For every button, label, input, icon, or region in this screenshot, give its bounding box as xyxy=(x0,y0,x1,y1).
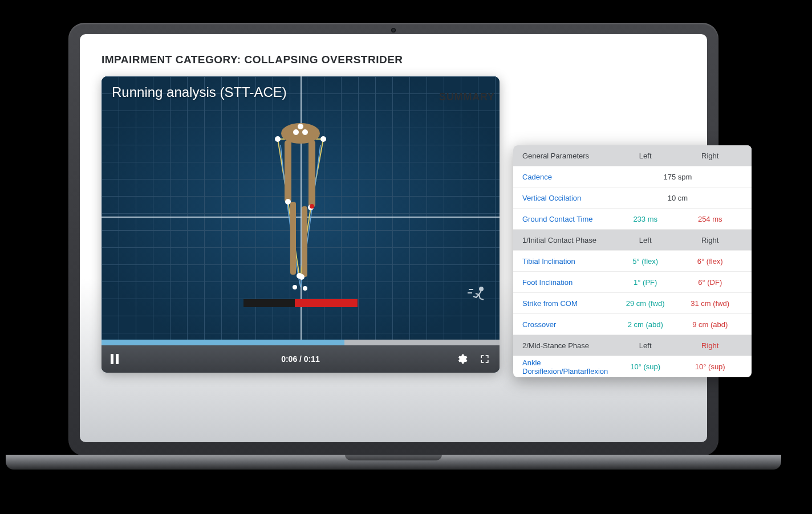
section-name: 1/Initial Contact Phase xyxy=(522,236,613,244)
section-right: Right xyxy=(677,236,742,244)
section-name: General Parameters xyxy=(522,152,613,160)
section-left: Left xyxy=(613,341,678,350)
param-name[interactable]: Crossover xyxy=(522,320,613,329)
summary-row: Vertical Occilation10 cm xyxy=(513,187,752,209)
svg-rect-9 xyxy=(302,206,307,277)
section-right: Right xyxy=(677,341,742,350)
svg-point-10 xyxy=(275,136,281,142)
svg-point-22 xyxy=(480,287,483,291)
param-left: 5° (flex) xyxy=(613,257,678,266)
video-time: 0:06 / 0:11 xyxy=(281,354,320,364)
param-name[interactable]: Vertical Occilation xyxy=(522,194,613,202)
video-progress-fill xyxy=(102,340,344,345)
param-left: 233 ms xyxy=(613,215,678,223)
skeleton-figure xyxy=(255,116,346,304)
video-controls: 0:06 / 0:11 xyxy=(102,345,500,373)
camera-icon xyxy=(391,28,396,32)
param-right: 254 ms xyxy=(677,215,742,223)
floor-indicator xyxy=(243,299,358,307)
pause-icon xyxy=(111,354,120,364)
summary-heading: SUMMARY xyxy=(439,91,495,103)
param-left: 1° (PF) xyxy=(613,278,678,287)
svg-rect-7 xyxy=(308,140,315,207)
param-name[interactable]: Ankle Dorsiflexion/Plantarflexion xyxy=(522,358,613,376)
svg-point-12 xyxy=(298,124,303,129)
param-name[interactable]: Ground Contact Time xyxy=(522,215,613,223)
param-value: 175 spm xyxy=(613,173,742,181)
param-right: 6° (DF) xyxy=(677,278,742,287)
settings-button[interactable] xyxy=(456,353,468,365)
runner-icon xyxy=(468,286,487,305)
video-player[interactable]: Running analysis (STT-ACE) xyxy=(102,76,500,373)
video-canvas[interactable]: Running analysis (STT-ACE) xyxy=(102,76,500,341)
svg-point-21 xyxy=(310,204,314,209)
svg-point-20 xyxy=(303,286,307,291)
param-left: 29 cm (fwd) xyxy=(613,299,678,308)
summary-row: Crossover2 cm (abd)9 cm (abd) xyxy=(513,314,752,335)
summary-section-header: 2/Mid-Stance PhaseLeftRight xyxy=(513,335,752,356)
param-left: 2 cm (abd) xyxy=(613,320,678,329)
section-name: 2/Mid-Stance Phase xyxy=(522,341,613,350)
expand-icon xyxy=(479,353,490,365)
gear-icon xyxy=(456,353,468,365)
svg-rect-8 xyxy=(290,202,296,275)
summary-row: Ground Contact Time233 ms254 ms xyxy=(513,209,752,230)
param-name[interactable]: Strike from COM xyxy=(522,299,613,308)
param-right: 9 cm (abd) xyxy=(677,320,742,329)
param-right: 6° (flex) xyxy=(677,257,742,266)
param-value: 10 cm xyxy=(613,194,742,202)
fullscreen-button[interactable] xyxy=(479,353,490,365)
summary-section-header: 1/Initial Contact PhaseLeftRight xyxy=(513,230,752,251)
summary-row: Ankle Dorsiflexion/Plantarflexion10° (su… xyxy=(513,356,752,377)
summary-table: General ParametersLeftRightCadence175 sp… xyxy=(513,145,752,377)
video-overlay-title: Running analysis (STT-ACE) xyxy=(112,84,287,100)
summary-row: Tibial Inclination5° (flex)6° (flex) xyxy=(513,251,752,272)
svg-point-13 xyxy=(293,129,299,135)
video-progress[interactable] xyxy=(102,340,500,345)
svg-point-19 xyxy=(293,285,297,289)
svg-rect-6 xyxy=(285,140,291,203)
param-name[interactable]: Tibial Inclination xyxy=(522,257,613,266)
svg-point-11 xyxy=(320,136,326,142)
param-left: 10° (sup) xyxy=(613,362,678,371)
param-right: 31 cm (fwd) xyxy=(677,299,742,308)
svg-point-14 xyxy=(302,129,308,135)
summary-row: Foot Inclination1° (PF)6° (DF) xyxy=(513,272,752,293)
laptop-notch xyxy=(345,455,442,460)
section-right: Right xyxy=(677,152,742,160)
summary-section-header: General ParametersLeftRight xyxy=(513,145,752,166)
svg-point-15 xyxy=(285,199,291,205)
laptop-base xyxy=(6,455,781,470)
summary-row: Cadence175 spm xyxy=(513,166,752,187)
param-right: 10° (sup) xyxy=(677,362,742,371)
svg-point-18 xyxy=(299,274,304,280)
summary-row: Strike from COM29 cm (fwd)31 cm (fwd) xyxy=(513,293,752,314)
section-left: Left xyxy=(613,152,678,160)
param-name[interactable]: Foot Inclination xyxy=(522,278,613,287)
page-title: IMPAIRMENT CATEGORY: COLLAPSING OVERSTRI… xyxy=(102,54,685,66)
section-left: Left xyxy=(613,236,678,244)
param-name[interactable]: Cadence xyxy=(522,173,613,181)
pause-button[interactable] xyxy=(111,354,120,364)
